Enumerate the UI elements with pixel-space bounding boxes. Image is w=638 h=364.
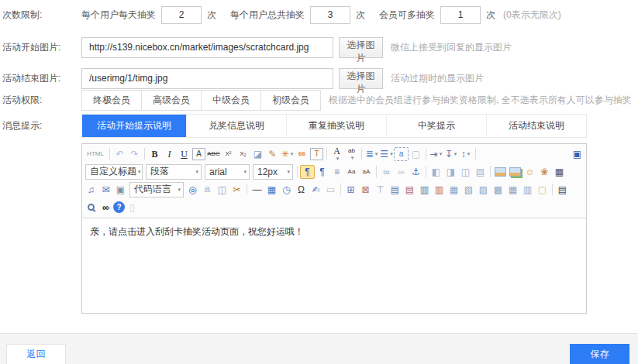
image-float-left-icon[interactable]: ◧ [429,165,443,179]
insert-image-icon[interactable] [493,165,508,179]
link-icon[interactable]: ∞ [379,165,394,179]
font-size-select[interactable]: 12px▾ [253,164,293,180]
line-spacing-icon[interactable]: ↕▾ [458,147,473,161]
unlink-icon[interactable]: ∞ [394,165,409,179]
message-tab-3[interactable]: 重复抽奖说明 [286,115,386,137]
format-painter-icon[interactable]: ✎ [265,147,280,161]
chevron-down-icon: ▾ [178,187,181,193]
scrawl-icon[interactable]: ❀ [537,165,552,179]
split-row-icon[interactable]: ▦ [505,183,520,197]
insert-frame-icon[interactable]: ▣ [113,183,128,197]
doc-icon[interactable]: ▢ [535,183,550,197]
daily-limit-input[interactable] [161,6,202,24]
undo-icon[interactable]: ↶ [112,147,127,161]
start-image-pick-button[interactable]: 选择图片 [339,37,383,58]
paragraph-format-icon[interactable]: ≡ [329,165,344,179]
font-family-select[interactable]: arial▾ [205,164,250,180]
insert-date-icon[interactable]: ▦ [264,183,279,197]
insert-video-icon[interactable]: ▦ [552,165,567,179]
merge-down-icon[interactable]: ▨ [476,183,491,197]
underline-icon[interactable]: U [177,147,191,161]
back-button[interactable]: 返回 [6,344,66,364]
auto-typeset-icon[interactable]: ✳▾ [280,147,295,161]
start-image-input[interactable] [81,37,333,58]
permission-option-4[interactable]: 初级会员 [260,90,321,111]
emotion-icon[interactable]: ☺ [522,165,537,179]
lowercase-icon[interactable]: aA [359,165,374,179]
org-chart-icon[interactable]: 品 [200,183,215,197]
bold-icon[interactable]: B [147,147,162,161]
italic-icon[interactable]: I [162,147,177,161]
split-cell-icon[interactable]: ▩ [491,183,505,197]
insert-code-icon[interactable]: ◎ [185,183,200,197]
delete-table-icon[interactable]: ⊠ [358,183,373,197]
font-color-icon[interactable]: A▾ [329,147,344,161]
ordered-list-icon[interactable]: ≣▾ [364,147,379,161]
delete-col-icon[interactable]: ▥ [432,183,447,197]
help-icon[interactable]: ? [113,201,125,213]
subscript-icon[interactable]: X₂ [236,147,250,161]
font-border-icon[interactable]: A [191,147,206,161]
message-tab-1[interactable]: 活动开始提示说明 [82,115,186,137]
uppercase-icon[interactable]: Aa [344,165,359,179]
paragraph-select[interactable]: 段落▾ [146,164,202,180]
message-tab-2[interactable]: 兑奖信息说明 [186,115,286,137]
code-language-select[interactable]: 代码语言▾ [129,182,184,197]
blank-doc-icon[interactable]: ▢ [409,147,423,161]
html-source-button[interactable]: HTML [84,147,107,161]
highlight-color-icon[interactable]: ab▾ [344,147,359,161]
strikethrough-icon[interactable]: ABC [206,147,221,161]
eraser-icon[interactable]: ◪ [250,147,265,161]
insert-row-icon[interactable]: ▤ [388,183,402,197]
permission-option-2[interactable]: 高级会员 [141,90,202,111]
image-center-icon[interactable]: ◫ [458,165,473,179]
preview-icon[interactable] [84,201,98,215]
music-icon[interactable]: ♫ [84,183,98,197]
fullscreen-icon[interactable]: ▣ [570,147,585,161]
end-image-input[interactable] [81,68,333,89]
style-select[interactable]: 自定义标题▾ [85,164,143,180]
member-extra-input[interactable] [440,6,481,24]
indent-icon[interactable]: ⇥▾ [429,147,443,161]
ltr-paragraph-icon[interactable]: ¶ [300,165,315,179]
message-tab-5[interactable]: 活动结束说明 [486,115,586,137]
find-replace-icon[interactable]: ∞ [98,201,113,215]
image-manager-icon[interactable] [508,165,522,179]
superscript-icon[interactable]: X² [221,147,236,161]
table-caption-icon[interactable]: ⊤ [373,183,388,197]
end-image-pick-button[interactable]: 选择图片 [339,68,383,89]
template-icon[interactable]: ▭ [323,183,338,197]
spellcheck-icon[interactable]: ✍ [309,183,323,197]
insert-time-icon[interactable]: ◷ [279,183,294,197]
permission-option-3[interactable]: 中级会员 [201,90,261,111]
anchor2-icon[interactable]: ⚓ [409,165,423,179]
split-col-icon[interactable]: ▥ [520,183,535,197]
special-char-icon[interactable]: Ω [294,183,309,197]
clipboard-icon[interactable]: ▯ [125,201,140,215]
end-image-row: 活动结束图片: 选择图片 活动过期时的显示图片 [2,67,638,89]
paste-text-icon[interactable]: T [309,147,324,161]
screenshot-icon[interactable]: ✂ [229,183,244,197]
insert-table-icon[interactable]: ⊞ [343,183,358,197]
delete-row-icon[interactable]: ▤ [402,183,417,197]
insert-col-icon[interactable]: ▥ [417,183,432,197]
print-icon[interactable]: ▤ [555,183,570,197]
blockquote-icon[interactable]: 66 [295,147,309,161]
attachment-icon[interactable]: ✉ [98,183,113,197]
merge-cells-icon[interactable]: ▦ [447,183,461,197]
redo-icon[interactable]: ↷ [127,147,142,161]
rtl-paragraph-icon[interactable]: ¶ [315,165,329,179]
editor-content-area[interactable]: 亲，请点击进入刮刮卡抽奖活动页面，祝您好运哦！ [82,218,586,313]
paragraph-spacing-icon[interactable]: ↧▾ [443,147,458,161]
anchor-icon[interactable]: a [394,147,409,161]
image-block-icon[interactable]: ▤ [473,165,488,179]
image-inline-icon[interactable]: ◨ [443,165,458,179]
merge-right-icon[interactable]: ▧ [461,183,476,197]
unordered-list-icon[interactable]: ☰▾ [379,147,394,161]
permission-option-1[interactable]: 终极会员 [81,90,142,111]
message-tab-4[interactable]: 中奖提示 [386,115,486,137]
horizontal-rule-icon[interactable]: — [250,183,264,197]
total-limit-input[interactable] [310,6,350,24]
save-button[interactable]: 保存 [570,344,629,364]
columns-icon[interactable]: ◫ [215,183,229,197]
